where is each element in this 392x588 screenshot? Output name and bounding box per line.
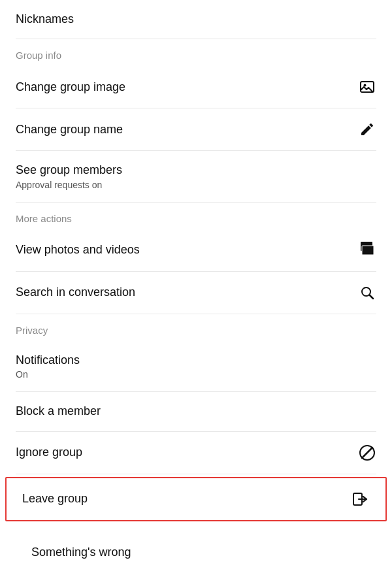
- leave-group-item[interactable]: Leave group: [5, 477, 387, 521]
- view-photos-item[interactable]: View photos and videos: [0, 229, 392, 271]
- ignore-group-item[interactable]: Ignore group: [0, 432, 392, 474]
- view-photos-label: View photos and videos: [16, 242, 140, 257]
- image-icon: [358, 78, 376, 96]
- leave-group-label: Leave group: [22, 491, 88, 506]
- group-info-section-header: Group info: [0, 39, 392, 66]
- divider-9: [16, 474, 376, 474]
- something-wrong-item[interactable]: Something's wrong: [0, 524, 392, 581]
- change-group-image-label: Change group image: [16, 80, 125, 95]
- notifications-status: On: [16, 369, 80, 380]
- ignore-icon: [358, 444, 376, 462]
- change-group-name-label: Change group name: [16, 122, 123, 137]
- nicknames-item[interactable]: Nicknames: [0, 0, 392, 39]
- menu-list: Nicknames Group info Change group image …: [0, 0, 392, 581]
- leave-icon: [351, 490, 370, 508]
- search-conversation-item[interactable]: Search in conversation: [0, 272, 392, 314]
- see-group-members-item[interactable]: See group members Approval requests on: [0, 151, 392, 201]
- privacy-section-header: Privacy: [0, 314, 392, 341]
- something-wrong-label: Something's wrong: [16, 536, 147, 569]
- block-member-item[interactable]: Block a member: [0, 392, 392, 431]
- block-member-label: Block a member: [16, 404, 101, 419]
- ignore-group-label: Ignore group: [16, 445, 82, 460]
- notifications-item[interactable]: Notifications On: [0, 341, 392, 391]
- svg-line-8: [362, 448, 372, 458]
- nicknames-label: Nicknames: [16, 12, 74, 27]
- more-actions-section-header: More actions: [0, 203, 392, 229]
- svg-line-6: [370, 295, 374, 299]
- see-group-members-label: See group members: [16, 163, 122, 178]
- change-group-name-item[interactable]: Change group name: [0, 108, 392, 150]
- edit-icon: [358, 120, 376, 139]
- svg-rect-4: [362, 246, 374, 255]
- svg-point-1: [364, 84, 367, 87]
- change-group-image-item[interactable]: Change group image: [0, 66, 392, 108]
- notifications-label: Notifications: [16, 353, 80, 368]
- search-icon: [358, 284, 376, 302]
- photos-icon: [358, 241, 376, 259]
- approval-requests-label: Approval requests on: [16, 180, 122, 190]
- search-conversation-label: Search in conversation: [16, 285, 135, 300]
